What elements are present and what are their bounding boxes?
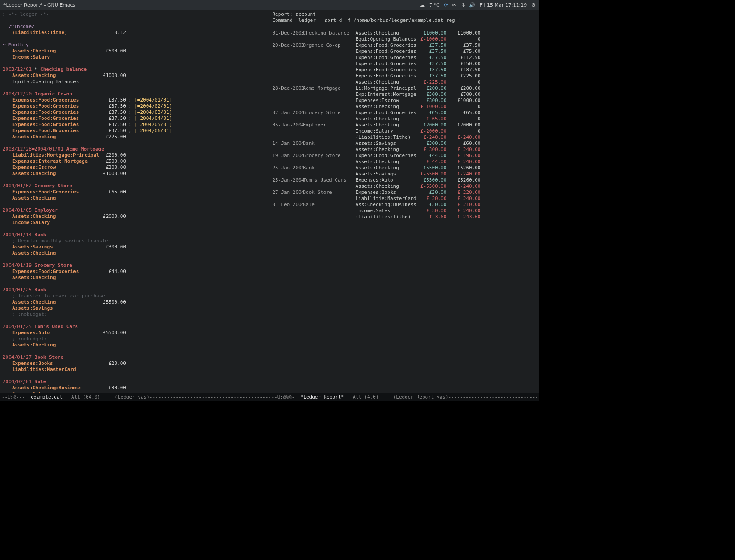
report-label: Report: account (273, 11, 537, 18)
report-row[interactable]: Assets:Checking£-300.00£-240.00 (273, 147, 537, 153)
posting-line[interactable]: Expenses:Food:Groceries£37.50; [=2004/04… (3, 116, 267, 122)
ledger-source-buffer[interactable]: ; -*- ledger -*- = /^Income/(Liabilities… (0, 10, 270, 393)
transaction-header[interactable]: 2004/01/02 Grocery Store (3, 183, 267, 189)
posting-line[interactable]: Expenses:Food:Groceries£37.50; [=2004/06… (3, 128, 267, 134)
posting-line[interactable]: Expenses:Escrow£300.00 (3, 164, 267, 171)
clock[interactable]: Fri 15 Mar 17:11:19 (480, 2, 527, 8)
right-modeline: --U:@%%- *Ledger Report* All (4,0) (Ledg… (270, 393, 539, 401)
posting-line[interactable]: Expenses:Food:Groceries£37.50; [=2004/01… (3, 97, 267, 103)
report-separator: ========================================… (273, 24, 537, 30)
posting-line[interactable]: Expenses:Books£20.00 (3, 360, 267, 367)
posting-line[interactable]: Assets:Checking-£225.00 (3, 134, 267, 140)
emacs-frame: ; -*- ledger -*- = /^Income/(Liabilities… (0, 10, 539, 401)
report-row[interactable]: (Liabilities:Tithe)£-240.00£-240.00 (273, 134, 537, 140)
report-row[interactable]: Income:Salary£-2000.000 (273, 128, 537, 134)
report-row[interactable]: Equi:Opening Balances£-1000.000 (273, 36, 537, 42)
report-command: Command: ledger --sort d -f /home/borbus… (273, 18, 537, 24)
left-pane[interactable]: ; -*- ledger -*- = /^Income/(Liabilities… (0, 10, 270, 401)
desktop-panel: *Ledger Report* - GNU Emacs ☁ 7 °C ⟳ ✉ ⇅… (0, 0, 539, 10)
report-row[interactable]: Expens:Food:Groceries£37.50£187.50 (273, 67, 537, 73)
report-row[interactable]: Exp:Interest:Mortgage£500.00£700.00 (273, 91, 537, 98)
posting-line[interactable]: Expenses:Auto£5500.00 (3, 330, 267, 336)
refresh-icon[interactable]: ⟳ (444, 2, 448, 8)
volume-icon[interactable]: 🔊 (469, 2, 475, 8)
report-row[interactable]: Assets:Checking£-5500.00£-240.00 (273, 183, 537, 189)
posting-line[interactable]: Expenses:Interest:Mortgage£500.00 (3, 158, 267, 164)
report-row[interactable]: Assets:Savings£-5500.00£-240.00 (273, 171, 537, 177)
transaction-header[interactable]: 2004/01/19 Grocery Store (3, 262, 267, 269)
right-pane[interactable]: Report: accountCommand: ledger --sort d … (270, 10, 539, 401)
report-row[interactable]: 27-Jan-2004Book StoreExpenses:Books£20.0… (273, 189, 537, 196)
transaction-header[interactable]: 2004/02/01 Sale (3, 379, 267, 385)
report-row[interactable]: Expens:Food:Groceries£37.50£75.00 (273, 49, 537, 55)
report-row[interactable]: Expens:Food:Groceries£37.50£112.50 (273, 55, 537, 61)
posting-line[interactable]: Assets:Savings (3, 305, 267, 312)
transaction-header[interactable]: 2004/01/25 Tom's Used Cars (3, 324, 267, 330)
posting-line[interactable]: Assets:Checking (3, 342, 267, 348)
posting-line[interactable]: Expenses:Food:Groceries£37.50; [=2004/02… (3, 103, 267, 109)
report-row[interactable]: 25-Jan-2004Tom's Used CarsExpenses:Auto£… (273, 177, 537, 183)
posting-line[interactable]: Assets:Checking (3, 195, 267, 201)
transaction-header[interactable]: 2004/01/25 Bank (3, 287, 267, 293)
weather-icon[interactable]: ☁ (420, 2, 425, 8)
posting-line[interactable]: Liabilities:MasterCard (3, 367, 267, 373)
left-modeline: --U:@--- example.dat All (64,0) (Ledger … (0, 393, 270, 401)
report-row[interactable]: Expens:Food:Groceries£37.50£225.00 (273, 73, 537, 79)
report-row[interactable]: Expens:Food:Groceries£37.50£150.00 (273, 61, 537, 67)
posting-line[interactable]: Assets:Checking-£1000.00 (3, 171, 267, 177)
transaction-header[interactable]: 2003/12/28=2004/01/01 Acme Mortgage (3, 146, 267, 152)
posting-line[interactable]: Assets:Savings£300.00 (3, 244, 267, 250)
modeline-flags: --U:@--- (2, 394, 31, 400)
report-row[interactable]: 01-Feb-2004SaleAss:Checking:Business£30.… (273, 202, 537, 208)
modeline-buffer-name: example.dat (31, 394, 63, 400)
report-row[interactable]: Assets:Checking£-44.00£-240.00 (273, 159, 537, 165)
report-row[interactable]: Liabilitie:MasterCard£-20.00£-240.00 (273, 196, 537, 202)
report-row[interactable]: Income:Sales£-30.00£-240.00 (273, 208, 537, 214)
posting-line[interactable]: Assets:Checking:Business£30.00 (3, 385, 267, 391)
report-row[interactable]: 01-Dec-2003Checking balanceAssets:Checki… (273, 30, 537, 36)
report-row[interactable]: Assets:Checking£-1000.000 (273, 104, 537, 110)
report-row[interactable]: 02-Jan-2004Grocery StoreExpens:Food:Groc… (273, 110, 537, 116)
modeline-fill: ----------------------------------------… (150, 394, 270, 400)
posting-line[interactable]: Assets:Checking£2000.00 (3, 214, 267, 220)
network-icon[interactable]: ⇅ (461, 2, 465, 8)
ledger-report-buffer[interactable]: Report: accountCommand: ledger --sort d … (270, 10, 539, 393)
modeline-mode: (Ledger yas) (115, 394, 149, 400)
transaction-header[interactable]: 2003/12/01 * Checking balance (3, 66, 267, 73)
report-row[interactable]: 14-Jan-2004BankAssets:Savings£300.00£60.… (273, 140, 537, 147)
posting-line[interactable]: Equity:Opening Balances (3, 79, 267, 85)
report-row[interactable]: 19-Jan-2004Grocery StoreExpens:Food:Groc… (273, 153, 537, 159)
report-row[interactable]: Assets:Checking£-225.000 (273, 79, 537, 85)
modeline-position: All (64,0) (63, 394, 115, 400)
transaction-header[interactable]: 2004/01/14 Bank (3, 232, 267, 238)
transaction-header[interactable]: 2004/01/05 Employer (3, 207, 267, 214)
mail-icon[interactable]: ✉ (452, 2, 456, 8)
posting-line[interactable]: Expenses:Food:Groceries£37.50; [=2004/05… (3, 122, 267, 128)
posting-line[interactable]: Assets:Checking£1000.00 (3, 73, 267, 79)
modeline-flags: --U:@%%- (272, 394, 301, 400)
posting-line[interactable]: Assets:Checking£500.00 (3, 48, 267, 54)
posting-line[interactable]: Expenses:Food:Groceries£37.50; [=2004/03… (3, 109, 267, 116)
posting-line[interactable]: Assets:Checking (3, 250, 267, 256)
report-row[interactable]: 28-Dec-2003Acme MortgageLi:Mortgage:Prin… (273, 85, 537, 91)
posting-line[interactable]: Income:Salary (3, 220, 267, 226)
transaction-header[interactable]: 2003/12/20 Organic Co-op (3, 91, 267, 97)
report-row[interactable]: (Liabilities:Tithe)£-3.60£-243.60 (273, 214, 537, 220)
report-row[interactable]: 20-Dec-2003Organic Co-opExpens:Food:Groc… (273, 42, 537, 49)
posting-line[interactable]: Liabilities:Mortgage:Principal£200.00 (3, 152, 267, 158)
posting-line[interactable]: Expenses:Food:Groceries£44.00 (3, 269, 267, 275)
report-row[interactable]: Expenses:Escrow£300.00£1000.00 (273, 98, 537, 104)
report-row[interactable]: 05-Jan-2004EmployerAssets:Checking£2000.… (273, 122, 537, 128)
posting-line[interactable]: (Liabilities:Tithe)0.12 (3, 30, 267, 36)
window-title: *Ledger Report* - GNU Emacs (4, 2, 420, 8)
modeline-fill: ----------------------------------------… (448, 394, 539, 400)
posting-line[interactable]: Assets:Checking (3, 275, 267, 281)
modeline-position: All (4,0) (344, 394, 393, 400)
transaction-header[interactable]: 2004/01/27 Book Store (3, 354, 267, 360)
report-row[interactable]: 25-Jan-2004BankAssets:Checking£5500.00£5… (273, 165, 537, 171)
posting-line[interactable]: Assets:Checking£5500.00 (3, 299, 267, 305)
posting-line[interactable]: Income:Salary (3, 54, 267, 60)
report-row[interactable]: Assets:Checking£-65.000 (273, 116, 537, 122)
posting-line[interactable]: Expenses:Food:Groceries£65.00 (3, 189, 267, 195)
settings-gear-icon[interactable]: ⚙ (531, 2, 536, 8)
